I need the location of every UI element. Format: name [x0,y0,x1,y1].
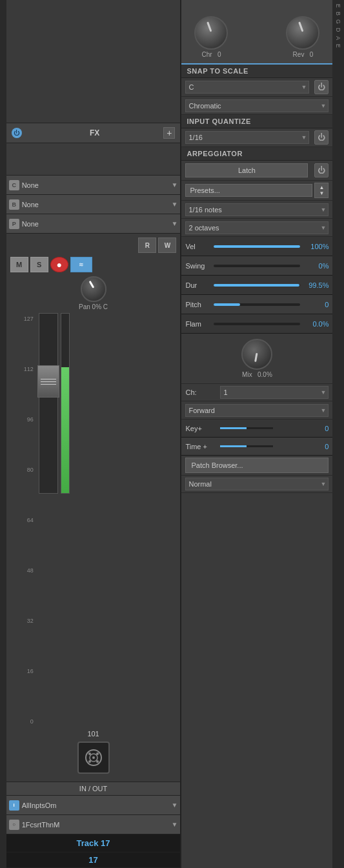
octaves-select-container[interactable]: 2 octaves [185,221,329,234]
quantize-power-button[interactable]: ⏻ [314,130,329,145]
direction-select[interactable]: Forward [185,404,329,417]
fx-add-button[interactable]: + [163,127,175,139]
input1-row[interactable]: i AllInptsOm ▼ [6,796,181,815]
key-select[interactable]: C [185,81,309,94]
rev-knob-container: Rev 0 [286,16,319,58]
pitch-row[interactable]: Pitch 0 [181,295,332,314]
input2-arrow[interactable]: ▼ [172,821,178,828]
pitch-slider[interactable] [214,303,300,306]
latch-button[interactable]: Latch [185,163,308,177]
swing-row[interactable]: Swing 0% [181,256,332,276]
svg-point-5 [88,760,91,763]
chr-knob-container: Chr 0 [194,16,228,58]
dropdown-b[interactable]: B None ▼ [6,195,181,214]
edge-item-a[interactable]: A [335,35,341,41]
chr-knob[interactable] [194,16,228,50]
ch-select[interactable]: 1 [220,386,329,399]
edge-item-g[interactable]: G [335,18,341,25]
dropdown-p-arrow[interactable]: ▼ [172,220,178,227]
edge-item-e1[interactable]: E [335,3,341,9]
presets-row: Presets... ▲▼ [181,181,332,201]
svg-point-3 [88,752,91,755]
flam-label: Flam [185,320,211,328]
fader-track[interactable] [39,313,58,494]
dur-value: 99.5% [303,281,329,289]
key-plus-value: 0 [276,425,329,432]
fx-label: FX [26,128,164,137]
left-edge [0,0,6,868]
patch-browser-button[interactable]: Patch Browser... [185,458,329,473]
key-plus-row[interactable]: Key+ 0 [181,419,332,438]
ch-label: Ch: [185,389,218,396]
dur-label: Dur [185,281,211,289]
key-row: C ⏻ [181,78,332,97]
swing-slider[interactable] [214,265,300,267]
mute-button[interactable]: M [10,257,28,272]
fader-meter [61,313,70,494]
scale-select[interactable]: Chromatic [185,99,329,112]
swing-label: Swing [185,262,211,270]
scale-row: Chromatic [181,97,332,115]
dropdown-c-arrow[interactable]: ▼ [172,181,178,188]
flam-row[interactable]: Flam 0.0% [181,314,332,334]
right-edge: E B G D A E [332,0,344,868]
arp-power-button[interactable]: ⏻ [314,163,329,177]
quantize-select-container[interactable]: 1/16 [185,131,309,144]
dropdown-b-arrow[interactable]: ▼ [172,201,178,208]
fader-handle[interactable] [37,365,59,398]
direction-select-container[interactable]: Forward [185,404,329,417]
in-out-label: IN / OUT [6,782,181,796]
input1-arrow[interactable]: ▼ [172,802,178,809]
octaves-select[interactable]: 2 octaves [185,221,329,234]
arpeggiator-header: ARPEGGIATOR [181,147,332,161]
track-name[interactable]: Track 17 [6,834,181,853]
vel-row[interactable]: Vel 100% [181,237,332,256]
pan-label: Pan 0% C [79,303,108,310]
vel-fill [214,245,300,248]
snap-to-scale-header: SNAP TO SCALE [181,65,332,78]
edge-item-e2[interactable]: E [335,43,341,49]
vel-label: Vel [185,243,211,250]
key-select-container[interactable]: C [185,81,309,94]
quantize-select[interactable]: 1/16 [185,131,309,144]
snap-power-button[interactable]: ⏻ [314,80,329,94]
rev-knob[interactable] [286,16,319,50]
edge-item-b[interactable]: B [335,10,341,17]
svg-point-4 [96,752,99,755]
left-panel: ⏻ FX + C None ▼ B None ▼ P None ▼ R [6,0,181,868]
ch-select-container[interactable]: 1 [220,386,329,399]
dur-row[interactable]: Dur 99.5% [181,276,332,295]
key-plus-slider[interactable] [220,427,273,429]
input2-icon: ○ [9,820,19,830]
normal-select[interactable]: Normal [185,478,329,490]
normal-select-container[interactable]: Normal [185,478,329,490]
time-plus-slider[interactable] [220,445,273,447]
dur-fill [214,284,299,287]
notes-select-container[interactable]: 1/16 notes [185,203,329,216]
pattern-button[interactable]: ≋ [70,257,92,272]
instrument-icon[interactable] [77,742,110,774]
pan-knob[interactable] [81,276,106,302]
w-button[interactable]: W [158,237,176,253]
presets-button[interactable]: Presets... [185,184,312,197]
r-button[interactable]: R [138,237,156,253]
input2-row[interactable]: ○ 1FcsrtThnM ▼ [6,815,181,834]
mix-knob[interactable] [241,339,272,370]
notes-select[interactable]: 1/16 notes [185,203,329,216]
dropdown-p[interactable]: P None ▼ [6,214,181,234]
record-button[interactable]: ● [50,257,68,272]
flam-slider[interactable] [214,323,300,325]
fx-power-button[interactable]: ⏻ [12,128,22,138]
presets-updown[interactable]: ▲▼ [314,183,329,198]
pitch-label: Pitch [185,301,211,308]
time-plus-row[interactable]: Time + 0 [181,438,332,456]
vel-slider[interactable] [214,245,300,248]
chr-label: Chr 0 [201,51,221,58]
solo-button[interactable]: S [30,257,48,272]
dropdown-c[interactable]: C None ▼ [6,176,181,195]
input1-icon: i [9,800,19,811]
edge-item-d[interactable]: D [335,26,341,34]
scale-select-container[interactable]: Chromatic [185,99,329,112]
dur-slider[interactable] [214,284,300,287]
input1-value: AllInptsOm [22,802,172,809]
